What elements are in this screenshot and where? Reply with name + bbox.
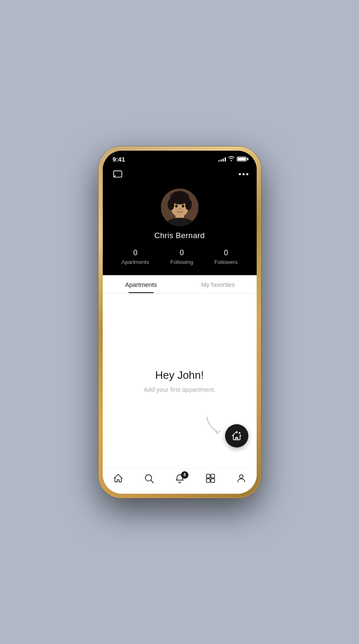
dot <box>243 173 245 175</box>
wifi-icon <box>228 156 235 162</box>
empty-state-subtitle: Add your first appartment. <box>144 386 215 393</box>
svg-rect-18 <box>206 479 210 482</box>
tabs-section: Apartments My favorties <box>103 275 257 293</box>
empty-state-title: Hey John! <box>155 369 204 382</box>
notification-badge: 4 <box>181 471 188 479</box>
nav-profile[interactable] <box>236 473 247 485</box>
svg-point-8 <box>185 199 192 210</box>
avatar <box>161 189 198 226</box>
profile-name: Chris Bernard <box>154 231 205 240</box>
tab-apartments[interactable]: Apartments <box>103 275 180 293</box>
bottom-nav: 4 <box>103 468 257 494</box>
more-options-icon[interactable] <box>239 173 248 175</box>
svg-point-9 <box>175 204 178 207</box>
status-icons <box>218 156 247 162</box>
dot <box>246 173 248 175</box>
signal-icon <box>218 157 226 162</box>
followers-count: 0 <box>224 249 228 257</box>
tab-favorites[interactable]: My favorties <box>180 275 257 293</box>
nav-notifications[interactable]: 4 <box>174 473 185 485</box>
app-header <box>103 164 257 184</box>
add-apartment-button[interactable] <box>225 424 248 448</box>
dot <box>239 173 241 175</box>
svg-line-15 <box>151 480 153 482</box>
apartments-count: 0 <box>133 249 137 257</box>
content-area: Hey John! Add your first appartment. <box>103 293 257 468</box>
svg-rect-16 <box>206 474 210 478</box>
nav-listings[interactable] <box>205 473 216 485</box>
message-icon[interactable] <box>111 168 124 181</box>
stats-row: 0 Apartments 0 Following 0 Followers <box>111 249 248 265</box>
notch <box>149 151 211 162</box>
following-label: Following <box>170 259 193 265</box>
listings-icon <box>205 473 216 485</box>
svg-point-14 <box>145 475 151 481</box>
status-time: 9:41 <box>113 156 125 163</box>
svg-point-20 <box>239 475 243 478</box>
profile-icon <box>236 473 247 485</box>
battery-icon <box>237 157 247 162</box>
avatar-image <box>161 189 198 226</box>
svg-rect-17 <box>211 474 215 478</box>
search-icon <box>144 473 154 485</box>
main-content: Apartments My favorties Hey John! Add yo… <box>103 275 257 494</box>
apartments-label: Apartments <box>121 259 149 265</box>
profile-section: Chris Bernard 0 Apartments 0 Following 0… <box>103 184 257 275</box>
stat-followers[interactable]: 0 Followers <box>214 249 238 265</box>
stat-following[interactable]: 0 Following <box>170 249 193 265</box>
svg-rect-19 <box>211 479 215 482</box>
nav-search[interactable] <box>144 473 154 485</box>
nav-home[interactable] <box>113 473 124 485</box>
stat-apartments[interactable]: 0 Apartments <box>121 249 149 265</box>
svg-point-7 <box>168 199 174 210</box>
home-icon <box>113 473 124 485</box>
followers-label: Followers <box>214 259 238 265</box>
svg-point-10 <box>182 204 184 207</box>
following-count: 0 <box>180 249 184 257</box>
phone-screen: 9:41 <box>103 151 257 494</box>
arrow-indicator <box>203 413 228 439</box>
phone-device: 9:41 <box>99 147 261 498</box>
